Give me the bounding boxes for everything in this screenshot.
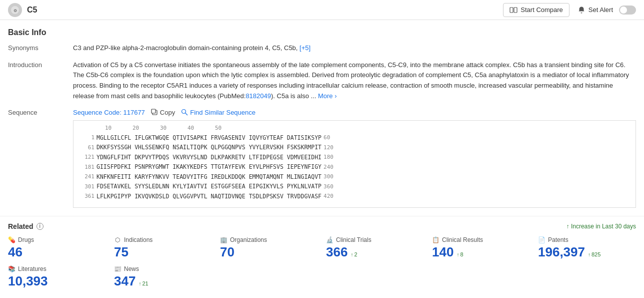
related-item-icon: 📄 — [538, 236, 545, 243]
related-item-header: 🏢 Organizations — [220, 236, 318, 243]
related-item[interactable]: 📚 Literatures 10,393 — [8, 265, 106, 287]
synonyms-label: Synonyms — [8, 43, 73, 52]
sequence-ruler: 10 20 30 40 50 — [80, 125, 630, 131]
sequence-header: Sequence Sequence Code: 117677 Copy Find… — [8, 109, 636, 116]
seq-end-num: 300 — [324, 172, 334, 182]
seq-amino: DKKFSYSSGH VHLSSENKFQ NSAILTIQPK QLPGGQN… — [96, 143, 322, 153]
seq-amino: KNFKNFEITI KARYFYNKVV TEADVYITFG IREDLKD… — [96, 172, 322, 182]
sequence-box-inner: 10 20 30 40 50 1MGLLGILCFL IFLGKTWGQE QT… — [74, 121, 636, 206]
svg-rect-3 — [514, 8, 517, 13]
count-row: 196,397 ↑ 825 — [538, 245, 636, 258]
header: ⚙ C5 Start Compare Set Alert — [0, 0, 644, 20]
badge-arrow: ↑ — [456, 252, 459, 257]
related-item[interactable]: 🔬 Clinical Trials 366 ↑ 2 — [326, 236, 424, 258]
related-item[interactable]: 🏢 Organizations 70 — [220, 236, 318, 258]
copy-label: Copy — [160, 109, 175, 116]
page-title: C5 — [27, 6, 503, 15]
badge-arrow: ↑ — [350, 252, 353, 257]
seq-end-num: 120 — [324, 143, 334, 153]
related-item-header: 📄 Patents — [538, 236, 636, 243]
related-item-icon: 📰 — [114, 265, 121, 272]
related-item-label: Drugs — [18, 236, 34, 243]
copy-icon — [151, 109, 158, 116]
related-item[interactable]: 📄 Patents 196,397 ↑ 825 — [538, 236, 636, 258]
sequence-row: 61DKKFSYSSGH VHLSSENKFQ NSAILTIQPK QLPGG… — [80, 143, 630, 153]
badge-arrow: ↑ — [138, 281, 141, 286]
sequence-row: 301FDSETAVKEL SYYSLEDLNN KYLYIAVTVI ESTG… — [80, 182, 630, 192]
synonyms-more-link[interactable]: [+5] — [300, 44, 310, 52]
more-link[interactable]: More › — [318, 92, 337, 100]
increase-label: ↑ Increase in Last 30 days — [566, 223, 636, 230]
sequence-section: Sequence Sequence Code: 117677 Copy Find… — [8, 109, 636, 208]
related-item-header: 📚 Literatures — [8, 265, 106, 272]
related-grid-row1: 💊 Drugs 46 ⬡ Indications 75 🏢 Organizati… — [8, 236, 636, 258]
compare-icon — [510, 6, 518, 14]
related-count: 70 — [220, 245, 234, 258]
related-item-icon: 🏢 — [220, 236, 227, 243]
sequence-box[interactable]: 10 20 30 40 50 1MGLLGILCFL IFLGKTWGQE QT… — [73, 120, 636, 208]
seq-start-num: 61 — [80, 143, 94, 153]
seq-end-num: 60 — [324, 133, 330, 143]
count-badge: ↑ 8 — [456, 251, 463, 257]
sequence-row: 121YDNGFLFIHT DKPVYTPDQS VKVRVYSLND DLKP… — [80, 153, 630, 163]
related-count: 347 — [114, 274, 136, 287]
count-row: 140 ↑ 8 — [432, 245, 530, 258]
related-count: 196,397 — [538, 245, 585, 258]
seq-start-num: 241 — [80, 172, 94, 182]
svg-point-6 — [182, 110, 186, 114]
related-item-header: 📋 Clinical Results — [432, 236, 530, 243]
sequence-code-link[interactable]: Sequence Code: 117677 — [73, 109, 145, 116]
pubmed-link[interactable]: 8182049 — [246, 92, 271, 100]
start-compare-button[interactable]: Start Compare — [503, 3, 570, 17]
related-item-icon: 📋 — [432, 236, 439, 243]
related-count: 75 — [114, 245, 128, 258]
intro-main: Activation of C5 by a C5 convertase init… — [73, 61, 629, 100]
sequence-controls: Sequence Code: 117677 Copy Find Similar … — [73, 109, 636, 116]
seq-amino: MGLLGILCFL IFLGKTWGQE QTIVISAPKI FRVGASE… — [96, 133, 322, 143]
related-item[interactable]: ⬡ Indications 75 — [114, 236, 212, 258]
seq-end-num: 420 — [324, 192, 334, 201]
seq-amino: YDNGFLFIHT DKPVYTPDQS VKVRVYSLND DLKPAKR… — [96, 153, 322, 163]
introduction-row: Introduction Activation of C5 by a C5 co… — [8, 60, 636, 102]
count-row: 70 — [220, 245, 318, 258]
related-count: 366 — [326, 245, 348, 258]
related-count: 140 — [432, 245, 454, 258]
badge-arrow: ↑ — [588, 252, 590, 257]
related-item-icon: ⬡ — [114, 236, 121, 243]
find-similar-button[interactable]: Find Similar Sequence — [181, 109, 256, 116]
alert-toggle[interactable] — [619, 6, 636, 15]
count-badge: ↑ 21 — [138, 280, 148, 286]
copy-button[interactable]: Copy — [151, 109, 175, 116]
count-row: 75 — [114, 245, 212, 258]
synonyms-text: C3 and PZP-like alpha-2-macroglobulin do… — [73, 44, 298, 52]
compare-label: Start Compare — [520, 6, 563, 14]
seq-end-num: 240 — [324, 163, 334, 172]
related-info-icon[interactable]: i — [36, 223, 44, 230]
related-item-label: News — [124, 265, 139, 272]
svg-rect-5 — [152, 109, 156, 113]
section-title: Basic Info — [8, 28, 636, 37]
header-actions: Start Compare Set Alert — [503, 3, 636, 17]
seq-end-num: 360 — [324, 182, 334, 192]
related-header: Related i ↑ Increase in Last 30 days — [8, 222, 636, 230]
sequence-row: 361LFLKPGIPYP IKVQVKDSLD QLVGGVPVTL NAQT… — [80, 192, 630, 202]
related-item-label: Clinical Results — [442, 236, 483, 243]
find-similar-label: Find Similar Sequence — [190, 109, 256, 116]
related-item-label: Patents — [548, 236, 568, 243]
count-row: 347 ↑ 21 — [114, 274, 212, 287]
seq-amino: GIISFPDFKI PSNPRYGMWT IKAKYKEDFS TTGTAYF… — [96, 162, 322, 172]
find-similar-icon — [181, 109, 188, 116]
related-item-label: Indications — [124, 236, 152, 243]
svg-rect-2 — [510, 8, 513, 13]
introduction-label: Introduction — [8, 60, 73, 69]
set-alert-button[interactable]: Set Alert — [578, 6, 636, 15]
synonyms-value: C3 and PZP-like alpha-2-macroglobulin do… — [73, 43, 636, 53]
related-item[interactable]: 📋 Clinical Results 140 ↑ 8 — [432, 236, 530, 258]
count-badge: ↑ 825 — [588, 251, 600, 257]
related-item[interactable]: 💊 Drugs 46 — [8, 236, 106, 258]
related-item[interactable]: 📰 News 347 ↑ 21 — [114, 265, 212, 287]
increase-label-text: ↑ Increase in Last 30 days — [566, 223, 636, 230]
seq-start-num: 361 — [80, 192, 94, 201]
count-row: 10,393 — [8, 274, 106, 287]
related-item-icon: 💊 — [8, 236, 15, 243]
